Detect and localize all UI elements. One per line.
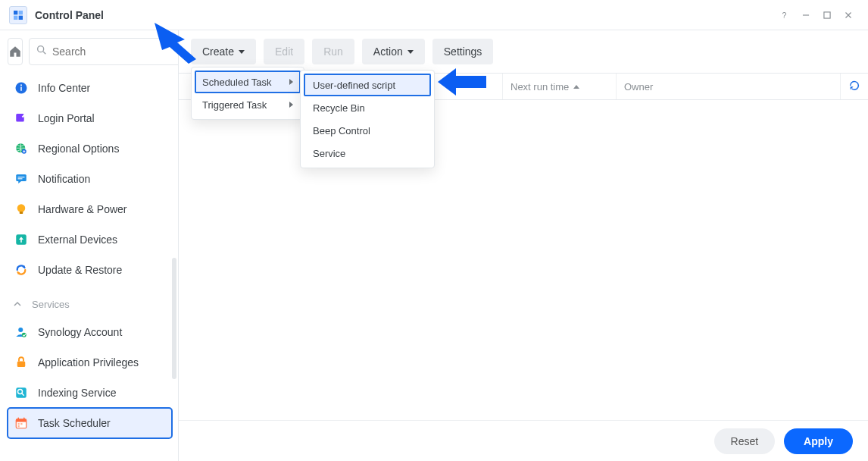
col-label: Owner (624, 81, 653, 93)
svg-rect-31 (20, 423, 22, 425)
menu-item-scheduled-task[interactable]: Scheduled Task (195, 71, 301, 93)
index-icon (14, 385, 29, 400)
sidebar-item-external-devices[interactable]: External Devices (8, 224, 172, 255)
sidebar-item-regional-options[interactable]: Regional Options (8, 133, 172, 164)
menu-item-label: Recycle Bin (313, 102, 365, 114)
window-title: Control Panel (35, 9, 104, 21)
footer: Reset Apply (179, 420, 868, 461)
reset-button[interactable]: Reset (714, 428, 776, 454)
content-area: Create Edit Run Action Settings Schedule… (179, 30, 868, 461)
portal-icon (14, 111, 29, 126)
sidebar-item-indexing-service[interactable]: Indexing Service (8, 378, 172, 408)
button-label: Reset (731, 435, 759, 447)
run-button: Run (312, 39, 354, 64)
caret-down-icon (239, 50, 245, 54)
settings-button[interactable]: Settings (432, 39, 494, 64)
sidebar-item-hardware-power[interactable]: Hardware & Power (8, 194, 172, 224)
sidebar-item-update-restore[interactable]: Update & Restore (8, 255, 172, 285)
svg-rect-15 (16, 174, 27, 181)
info-icon (14, 80, 29, 96)
svg-point-7 (38, 46, 44, 52)
svg-rect-32 (18, 425, 20, 427)
sidebar-item-task-scheduler[interactable]: Task Scheduler (8, 408, 172, 438)
account-icon (14, 325, 29, 340)
maximize-button[interactable] (816, 5, 838, 26)
sidebar-item-login-portal[interactable]: Login Portal (8, 103, 172, 133)
svg-point-21 (18, 328, 23, 332)
button-label: Edit (275, 45, 293, 58)
col-refresh[interactable] (841, 74, 868, 99)
svg-point-18 (17, 204, 26, 212)
sidebar-item-label: Login Portal (38, 112, 95, 124)
svg-rect-28 (18, 418, 20, 421)
refresh-icon (14, 262, 29, 278)
svg-rect-9 (20, 87, 22, 91)
menu-item-label: User-defined script (313, 80, 395, 91)
chat-icon (14, 171, 29, 187)
action-button[interactable]: Action (362, 39, 425, 64)
menu-item-recycle-bin[interactable]: Recycle Bin (304, 96, 431, 119)
create-menu: Scheduled Task Triggered Task (191, 67, 304, 120)
close-button[interactable] (838, 5, 859, 26)
globe-icon (14, 141, 29, 156)
button-label: Action (373, 45, 403, 58)
search-input[interactable] (52, 45, 179, 58)
sidebar-item-info-center[interactable]: Info Center (8, 73, 172, 103)
chevron-right-icon (289, 79, 293, 85)
svg-rect-5 (803, 14, 809, 15)
minimize-button[interactable] (795, 5, 816, 26)
menu-item-beep-control[interactable]: Beep Control (304, 119, 431, 142)
svg-rect-30 (18, 423, 20, 425)
svg-rect-19 (20, 212, 23, 214)
sidebar-item-label: Update & Restore (38, 264, 122, 276)
search-box[interactable] (29, 38, 179, 65)
menu-item-triggered-task[interactable]: Triggered Task (195, 93, 301, 116)
chevron-right-icon (289, 102, 293, 108)
apply-button[interactable]: Apply (784, 428, 853, 454)
svg-rect-2 (14, 15, 17, 19)
svg-point-10 (20, 84, 22, 86)
menu-item-label: Beep Control (313, 125, 370, 136)
button-label: Settings (444, 45, 482, 58)
sidebar-section-label: Services (32, 299, 70, 310)
sidebar-item-label: Regional Options (38, 143, 119, 155)
svg-rect-1 (19, 11, 23, 14)
button-label: Apply (804, 435, 833, 447)
svg-rect-29 (23, 418, 25, 421)
sidebar-item-label: Task Scheduler (38, 417, 111, 429)
sidebar-scrollbar[interactable] (172, 258, 176, 379)
sidebar: Info Center Login Portal Regional Option… (0, 30, 179, 461)
button-label: Run (323, 45, 343, 58)
menu-item-user-defined-script[interactable]: User-defined script (304, 74, 431, 96)
sidebar-section-services[interactable]: Services (8, 291, 172, 317)
svg-rect-3 (19, 15, 23, 19)
chevron-up-icon (14, 299, 21, 310)
bulb-icon (14, 202, 29, 217)
calendar-icon (14, 416, 29, 431)
svg-rect-17 (18, 178, 23, 179)
edit-button: Edit (264, 39, 304, 64)
svg-rect-6 (824, 11, 830, 17)
col-owner[interactable]: Owner (617, 74, 841, 99)
help-button[interactable]: ? (774, 5, 795, 26)
caret-down-icon (407, 50, 414, 54)
sidebar-item-label: Synology Account (38, 326, 122, 338)
sidebar-item-notification[interactable]: Notification (8, 164, 172, 194)
sidebar-item-label: Hardware & Power (38, 203, 127, 215)
svg-rect-11 (16, 114, 24, 122)
lock-icon (14, 355, 29, 370)
col-next-run[interactable]: Next run time (503, 74, 617, 99)
create-button[interactable]: Create (191, 39, 256, 64)
sidebar-item-label: Application Privileges (38, 356, 139, 368)
home-button[interactable] (8, 38, 23, 65)
button-label: Create (202, 45, 234, 58)
sidebar-item-synology-account[interactable]: Synology Account (8, 317, 172, 347)
menu-item-service[interactable]: Service (304, 142, 431, 165)
task-grid (179, 100, 868, 420)
menu-item-label: Scheduled Task (202, 77, 272, 88)
sidebar-item-application-privileges[interactable]: Application Privileges (8, 347, 172, 378)
svg-rect-0 (14, 11, 17, 14)
sidebar-item-label: Info Center (38, 82, 90, 94)
scheduled-task-submenu: User-defined script Recycle Bin Beep Con… (300, 70, 435, 168)
svg-point-12 (24, 113, 27, 115)
